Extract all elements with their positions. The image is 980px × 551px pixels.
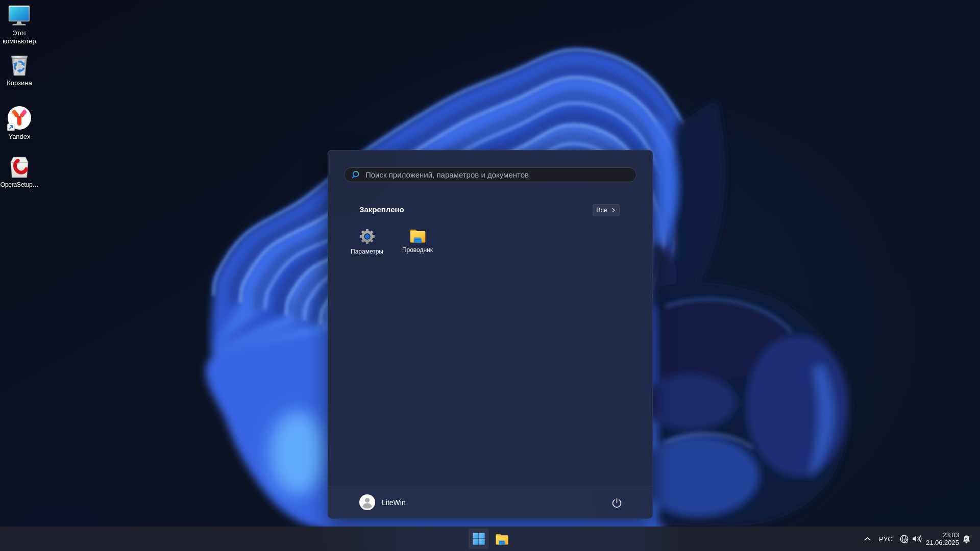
svg-text:z: z bbox=[965, 537, 967, 541]
svg-text:z: z bbox=[968, 535, 969, 538]
